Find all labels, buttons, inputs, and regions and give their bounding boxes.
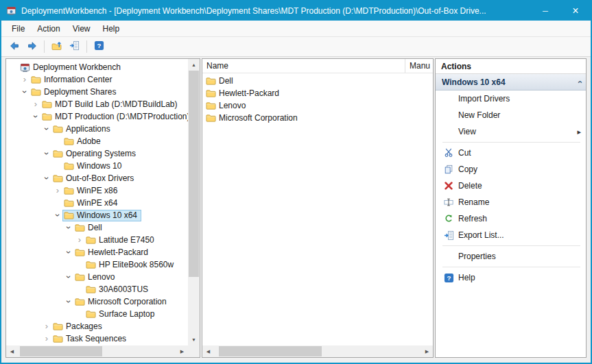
- tree-node[interactable]: WinPE x64: [62, 197, 121, 209]
- action-rename[interactable]: Rename: [436, 194, 586, 210]
- tree-node[interactable]: Deployment Shares: [29, 86, 120, 98]
- action-cut[interactable]: Cut: [436, 145, 586, 161]
- scroll-right-button[interactable]: [421, 345, 433, 357]
- minimize-button[interactable]: [530, 1, 560, 21]
- tree-item-adobe[interactable]: Adobe: [6, 135, 188, 147]
- chevron-expanded-icon[interactable]: ›: [42, 124, 51, 134]
- column-header-name[interactable]: Name: [202, 59, 405, 73]
- action-refresh[interactable]: Refresh: [436, 210, 586, 227]
- tree-node[interactable]: Lenovo: [73, 271, 119, 283]
- menu-file[interactable]: File: [5, 21, 31, 36]
- horizontal-scroll-thumb[interactable]: [20, 346, 102, 356]
- scroll-right-button[interactable]: [176, 345, 188, 357]
- tree-item-applications[interactable]: ›Applications: [6, 123, 188, 135]
- chevron-collapsed-icon[interactable]: ›: [31, 99, 40, 109]
- chevron-expanded-icon[interactable]: ›: [42, 149, 51, 158]
- tree-item-30a6003tus[interactable]: 30A6003TUS: [6, 283, 188, 295]
- tree-item-surface-laptop[interactable]: Surface Laptop: [6, 308, 188, 320]
- tree-node[interactable]: Microsoft Corporation: [73, 296, 171, 308]
- scroll-left-button[interactable]: [6, 345, 18, 357]
- tree-horizontal-scrollbar[interactable]: [6, 345, 188, 357]
- list-item-hewlett-packard[interactable]: Hewlett-Packard: [202, 87, 433, 99]
- tree-item-packages[interactable]: ›Packages: [6, 320, 188, 332]
- scroll-up-button[interactable]: [188, 59, 200, 71]
- tree-item-windows-10[interactable]: Windows 10: [6, 160, 188, 172]
- tree-item-mdt-build-lab-d-mdtbuildlab[interactable]: ›MDT Build Lab (D:\MDTBuildLab): [6, 98, 188, 110]
- tree-node[interactable]: Applications: [51, 123, 115, 135]
- tree-node[interactable]: HP EliteBook 8560w: [84, 259, 178, 271]
- tree-item-microsoft-corporation[interactable]: ›Microsoft Corporation: [6, 295, 188, 308]
- scroll-down-button[interactable]: [188, 334, 200, 345]
- scroll-left-button[interactable]: [202, 345, 214, 357]
- forward-button[interactable]: [24, 39, 40, 55]
- tree-item-windows-10-x64[interactable]: ›Windows 10 x64: [6, 209, 188, 221]
- action-copy[interactable]: Copy: [436, 161, 586, 178]
- action-help[interactable]: ?Help: [436, 269, 586, 286]
- tree-node[interactable]: MDT Build Lab (D:\MDTBuildLab): [40, 99, 182, 110]
- tree-node[interactable]: Surface Laptop: [84, 308, 158, 320]
- tree-node[interactable]: Information Center: [29, 74, 116, 86]
- tree-item-mdt-production-d-mdtproduction[interactable]: ›MDT Production (D:\MDTProduction): [6, 110, 188, 123]
- chevron-collapsed-icon[interactable]: ›: [42, 321, 51, 331]
- tree-node[interactable]: Latitude E7450: [84, 234, 158, 246]
- action-export-list[interactable]: Export List...: [436, 227, 586, 243]
- export-list-button[interactable]: [67, 39, 82, 55]
- menu-view[interactable]: View: [67, 21, 97, 36]
- tree-item-operating-systems[interactable]: ›Operating Systems: [6, 147, 188, 160]
- chevron-expanded-icon[interactable]: ›: [64, 297, 73, 306]
- tree-item-task-sequences[interactable]: ›Task Sequences: [6, 332, 188, 345]
- tree-node[interactable]: Windows 10: [62, 160, 126, 172]
- tree-node[interactable]: Out-of-Box Drivers: [51, 173, 138, 184]
- tree-node[interactable]: WinPE x86: [62, 185, 121, 197]
- chevron-expanded-icon[interactable]: ›: [20, 87, 29, 97]
- column-header-manufacturer[interactable]: Manu: [405, 59, 433, 73]
- action-import-drivers[interactable]: Import Drivers: [436, 90, 586, 107]
- list-item-dell[interactable]: Dell: [202, 75, 433, 87]
- chevron-collapsed-icon[interactable]: ›: [42, 334, 51, 343]
- chevron-expanded-icon[interactable]: ›: [53, 210, 62, 220]
- chevron-expanded-icon[interactable]: ›: [42, 173, 51, 183]
- tree-item-deployment-workbench[interactable]: Deployment Workbench: [6, 61, 188, 73]
- chevron-up-icon[interactable]: [573, 80, 584, 83]
- action-properties[interactable]: Properties: [436, 248, 586, 265]
- tree-item-hewlett-packard[interactable]: ›Hewlett-Packard: [6, 246, 188, 258]
- tree-node[interactable]: Operating Systems: [51, 148, 140, 160]
- tree-item-winpe-x64[interactable]: WinPE x64: [6, 197, 188, 209]
- tree-item-winpe-x86[interactable]: ›WinPE x86: [6, 184, 188, 197]
- tree-node[interactable]: MDT Production (D:\MDTProduction): [40, 111, 188, 123]
- chevron-expanded-icon[interactable]: ›: [64, 247, 73, 257]
- action-new-folder[interactable]: New Folder: [436, 107, 586, 123]
- list-item-microsoft-corporation[interactable]: Microsoft Corporation: [202, 112, 433, 124]
- tree-item-lenovo[interactable]: ›Lenovo: [6, 271, 188, 283]
- chevron-collapsed-icon[interactable]: ›: [75, 235, 84, 245]
- tree-item-dell[interactable]: ›Dell: [6, 221, 188, 234]
- tree-item-latitude-e7450[interactable]: ›Latitude E7450: [6, 234, 188, 246]
- tree-node[interactable]: Hewlett-Packard: [73, 247, 152, 258]
- chevron-collapsed-icon[interactable]: ›: [53, 186, 62, 195]
- action-delete[interactable]: Delete: [436, 178, 586, 194]
- chevron-expanded-icon[interactable]: ›: [64, 223, 73, 232]
- workbench-app-icon[interactable]: [6, 5, 17, 16]
- up-one-level-button[interactable]: [49, 39, 64, 55]
- menu-help[interactable]: Help: [97, 21, 126, 36]
- horizontal-scroll-thumb[interactable]: [219, 346, 322, 356]
- actions-group-windows-10-x64[interactable]: Windows 10 x64: [436, 74, 586, 90]
- vertical-scroll-thumb[interactable]: [189, 71, 199, 277]
- chevron-collapsed-icon[interactable]: ›: [20, 75, 29, 84]
- close-button[interactable]: [560, 1, 591, 21]
- list-item-lenovo[interactable]: Lenovo: [202, 99, 433, 112]
- list-horizontal-scrollbar[interactable]: [202, 345, 433, 357]
- tree-node[interactable]: 30A6003TUS: [84, 284, 152, 295]
- menu-action[interactable]: Action: [31, 21, 66, 36]
- action-view[interactable]: View: [436, 123, 586, 140]
- tree-node[interactable]: Dell: [73, 222, 106, 234]
- chevron-expanded-icon[interactable]: ›: [64, 272, 73, 282]
- tree-node[interactable]: Task Sequences: [51, 333, 130, 345]
- tree-node[interactable]: Deployment Workbench: [19, 62, 125, 73]
- tree-vertical-scrollbar[interactable]: [188, 59, 200, 345]
- tree-item-deployment-shares[interactable]: ›Deployment Shares: [6, 86, 188, 98]
- tree-item-hp-elitebook-8560w[interactable]: HP EliteBook 8560w: [6, 258, 188, 271]
- tree-node[interactable]: Windows 10 x64: [62, 210, 141, 221]
- back-button[interactable]: [6, 39, 22, 55]
- help-button[interactable]: ?: [91, 39, 107, 55]
